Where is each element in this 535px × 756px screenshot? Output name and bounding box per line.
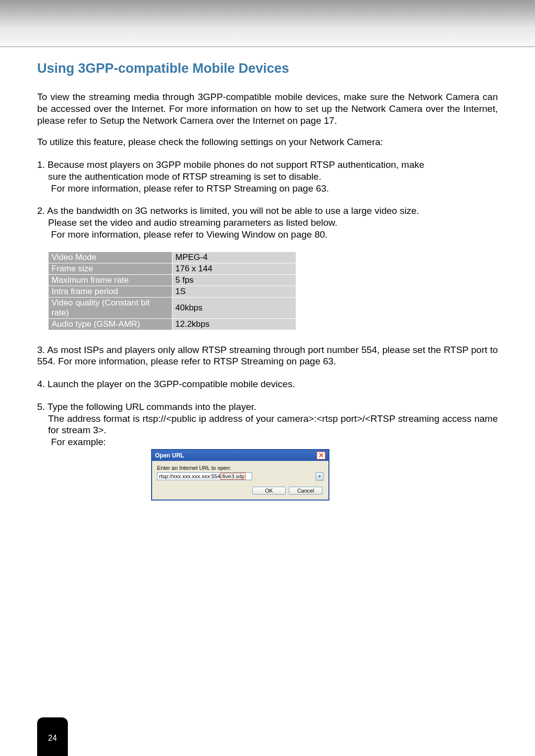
list-item-2: 2. As the bandwidth on 3G networks is li… [37, 205, 498, 240]
ok-button[interactable]: OK [252, 487, 286, 495]
table-cell-value: 5 fps [172, 274, 296, 286]
table-row: Frame size 176 x 144 [49, 263, 296, 274]
text-line: sure the authentication mode of RTSP str… [37, 171, 498, 183]
text-line: For example: [37, 436, 498, 448]
intro-paragraph: To view the streaming media through 3GPP… [37, 91, 498, 126]
table-row: Maximum frame rate 5 fps [49, 274, 296, 286]
lead-paragraph: To utilize this feature, please check th… [37, 136, 498, 148]
page-content: Using 3GPP-compatible Mobile Devices To … [0, 47, 535, 501]
text-line: 5. Type the following URL commands into … [37, 401, 498, 413]
dialog-button-row: OK Cancel [157, 487, 323, 495]
dialog-title-text: Open URL [155, 452, 184, 459]
close-icon[interactable]: ✕ [317, 452, 325, 459]
dialog-body: Enter an Internet URL to open: rtsp://xx… [152, 461, 328, 500]
table-cell-value: 176 x 144 [172, 263, 296, 274]
table-cell-label: Frame size [49, 263, 172, 274]
table-row: Video quality (Constant bit rate) 40kbps [49, 297, 296, 318]
table-cell-value: 12.2kbps [172, 318, 296, 330]
table-cell-label: Video quality (Constant bit rate) [49, 297, 172, 318]
text-line: For more information, please refer to RT… [37, 183, 498, 195]
list-item-4: 4. Launch the player on the 3GPP-compati… [37, 378, 498, 390]
text-line: The address format is rtsp://<public ip … [37, 413, 498, 437]
table-cell-value: MPEG-4 [172, 252, 296, 263]
open-url-dialog-wrap: Open URL ✕ Enter an Internet URL to open… [151, 449, 498, 501]
table-cell-label: Video Mode [49, 252, 172, 263]
dialog-titlebar: Open URL ✕ [152, 450, 328, 461]
header-gradient [0, 0, 535, 47]
table-cell-value: 40kbps [172, 297, 296, 318]
dialog-input-label: Enter an Internet URL to open: [157, 465, 323, 471]
text-line: Please set the video and audio streaming… [37, 217, 498, 229]
url-text-highlight: /live3.sdp [220, 473, 245, 480]
list-item-3: 3. As most ISPs and players only allow R… [37, 344, 498, 368]
text-line: 1. Because most players on 3GPP mobile p… [37, 159, 498, 171]
cancel-button[interactable]: Cancel [289, 487, 322, 495]
text-line: 2. As the bandwidth on 3G networks is li… [37, 205, 498, 217]
table-row: Video Mode MPEG-4 [49, 252, 296, 263]
url-text-prefix: rtsp://xxx.xxx.xxx.xxx:554 [159, 473, 220, 479]
list-item-1: 1. Because most players on 3GPP mobile p… [37, 159, 498, 194]
url-input-row: rtsp://xxx.xxx.xxx.xxx:554/live3.sdp ▾ [157, 472, 323, 481]
open-url-dialog: Open URL ✕ Enter an Internet URL to open… [151, 449, 329, 501]
table-cell-label: Audio type (GSM-AMR) [49, 318, 172, 330]
url-input[interactable]: rtsp://xxx.xxx.xxx.xxx:554/live3.sdp [157, 472, 252, 480]
table-row: Audio type (GSM-AMR) 12.2kbps [49, 318, 296, 330]
table-cell-value: 1S [172, 286, 296, 297]
text-line: For more information, please refer to Vi… [37, 229, 498, 241]
table-row: Intra frame period 1S [49, 286, 296, 297]
section-title: Using 3GPP-compatible Mobile Devices [37, 61, 498, 76]
settings-table: Video Mode MPEG-4 Frame size 176 x 144 M… [48, 252, 296, 330]
table-cell-label: Maximum frame rate [49, 274, 172, 286]
table-cell-label: Intra frame period [49, 286, 172, 297]
page-number: 24 [37, 717, 68, 756]
chevron-down-icon[interactable]: ▾ [316, 472, 323, 481]
list-item-5: 5. Type the following URL commands into … [37, 401, 498, 448]
